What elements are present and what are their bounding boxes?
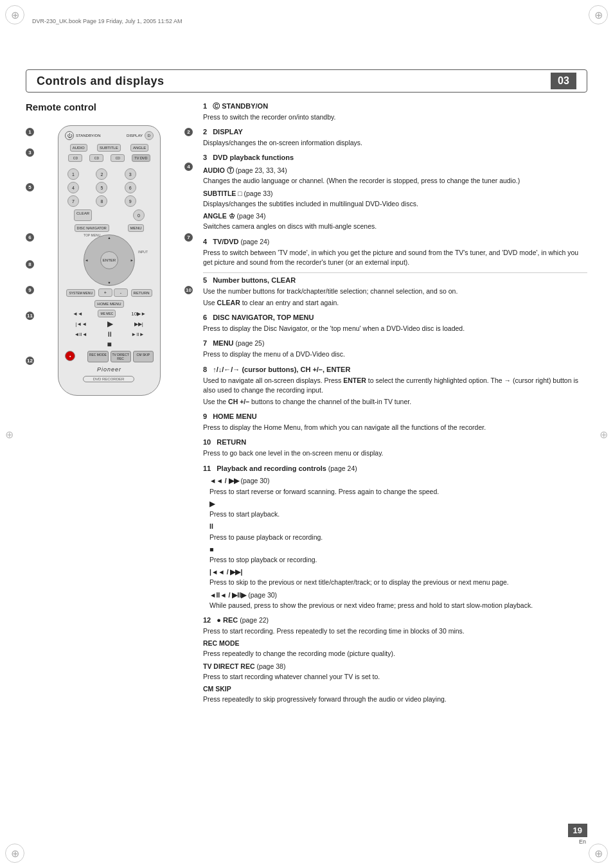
- desc-12-cmskip: CM SKIP Press repeatedly to skip progres…: [203, 684, 587, 704]
- rec-button[interactable]: ●: [65, 351, 75, 361]
- rec-mode-button[interactable]: REC MODE: [87, 351, 108, 362]
- desc-1-title: Ⓒ STANDBY/ON: [213, 102, 268, 110]
- remote-top-area: ⏻ STANDBY/ON DISPLAY D: [65, 131, 154, 140]
- num8-button[interactable]: 8: [96, 195, 107, 207]
- audio-body: Changes the audio language or channel. (…: [203, 176, 587, 186]
- dvd-recorder-label: DVD RECORDER: [83, 376, 134, 382]
- num7-button[interactable]: 7: [67, 195, 79, 207]
- desc-7-num: 7: [203, 339, 211, 347]
- desc-12-recmode: REC MODE Press repeatedly to change the …: [203, 639, 587, 659]
- desc-8-body: Used to navigate all on-screen displays.…: [203, 376, 587, 395]
- cd3-button[interactable]: CD: [111, 154, 125, 162]
- play-button[interactable]: ▶: [107, 319, 113, 328]
- desc-12-title: ● REC: [217, 616, 238, 624]
- num0-button[interactable]: 0: [133, 209, 145, 221]
- me-mec-button[interactable]: ME MEC: [98, 310, 116, 317]
- stop-button[interactable]: ■: [65, 340, 154, 349]
- num9-button[interactable]: 9: [125, 195, 136, 207]
- remote-body: ⏻ STANDBY/ON DISPLAY D AUDIO SUBTITLE AN…: [58, 125, 161, 396]
- desc-12-ref: (page 22): [240, 616, 269, 624]
- desc-9-title: HOME MENU: [213, 412, 256, 420]
- angle-button[interactable]: ANGLE: [130, 144, 148, 152]
- cm-skip-button[interactable]: CM SKIP: [133, 351, 154, 362]
- cd1-button[interactable]: CD: [68, 154, 82, 162]
- desc-10-body: Press to go back one level in the on-scr…: [203, 448, 587, 458]
- desc-4-ref: (page 24): [240, 238, 269, 245]
- system-menu-button[interactable]: SYSTEM MENU: [66, 289, 95, 297]
- recmode-label: REC MODE: [203, 639, 240, 647]
- clear-zero-row: CLEAR 0: [67, 209, 151, 221]
- num2-button[interactable]: 2: [96, 168, 107, 180]
- desc-1-num: 1: [203, 102, 211, 110]
- ch-minus-button[interactable]: -: [114, 288, 128, 297]
- stop-body: Press to stop playback or recording.: [209, 555, 587, 565]
- skipfwd-button[interactable]: ▶▶|: [134, 321, 143, 327]
- desc-10-num: 10: [203, 438, 215, 446]
- cmskip-body: Press repeatedly to skip progressively f…: [203, 695, 587, 704]
- pause-button[interactable]: ⏸: [106, 330, 113, 338]
- desc-3-num: 3: [203, 154, 211, 161]
- desc-8: 8 ↑/↓/←/→ (cursor buttons), CH +/–, ENTE…: [203, 365, 587, 407]
- pioneer-logo: Pioneer: [65, 366, 154, 373]
- callout-11: 11: [26, 312, 34, 320]
- subtitle-body: Displays/changes the subtitles included …: [203, 199, 587, 209]
- ffd-button[interactable]: 10▶►: [131, 311, 146, 317]
- pause-body: Press to pause playback or recording.: [209, 533, 587, 542]
- num3-button[interactable]: 3: [125, 168, 136, 180]
- nav-ring-area: ENTER ▲ ▼ ◄ ► TOP MENU INPUT: [84, 235, 135, 286]
- num6-button[interactable]: 6: [125, 182, 136, 193]
- callout-2: 2: [184, 128, 193, 136]
- desc-6-body: Press to display the Disc Navigator, or …: [203, 324, 587, 333]
- right-column: 1 Ⓒ STANDBY/ON Press to switch the recor…: [203, 102, 587, 842]
- home-button[interactable]: HOME MENU: [94, 300, 123, 308]
- recmode-body: Press repeatedly to change the recording…: [203, 649, 587, 659]
- main-content: Remote control ⏻ STANDBY/ON DISPLAY D: [26, 102, 587, 842]
- page-number-badge: 19: [568, 824, 587, 837]
- divider1: [203, 272, 587, 273]
- desc-4-title: TV/DVD: [213, 238, 238, 245]
- number-grid-area: 1 2 3 4 5 6 7 8 9 CLEAR 0: [65, 164, 154, 222]
- tv-direct-rec-button[interactable]: TV DIRECT REC: [111, 351, 131, 362]
- framefwd-button[interactable]: ►II►: [131, 332, 144, 337]
- nav-right-label: ►: [130, 258, 134, 262]
- display-button[interactable]: D: [145, 131, 154, 140]
- desc-10-title: RETURN: [217, 438, 246, 446]
- desc-11-frame: ◄II◄ / ▶II▶ (page 30) While paused, pres…: [209, 590, 587, 610]
- standby-button[interactable]: ⏻: [65, 131, 74, 140]
- ch-plus-button[interactable]: +: [98, 288, 112, 297]
- disc-navigator-button[interactable]: DISC NAVIGATOR: [75, 224, 109, 232]
- rewffd-ref: (page 30): [240, 477, 269, 484]
- num1-button[interactable]: 1: [67, 168, 79, 180]
- cd2-button[interactable]: CD: [89, 154, 103, 162]
- num4-button[interactable]: 4: [67, 182, 79, 193]
- return-button[interactable]: RETURN: [131, 289, 152, 297]
- desc-8-body2: Use the CH +/– buttons to change the cha…: [203, 397, 587, 407]
- menu-button[interactable]: MENU: [128, 224, 145, 232]
- side-mark-left: ⊕: [5, 428, 13, 440]
- desc-4: 4 TV/DVD (page 24) Press to switch betwe…: [203, 237, 587, 267]
- desc-4-num: 4: [203, 238, 211, 245]
- frameback-button[interactable]: ◄II◄: [74, 332, 87, 337]
- desc-1: 1 Ⓒ STANDBY/ON Press to switch the recor…: [203, 102, 587, 122]
- corner-mark-br: [589, 844, 608, 863]
- audio-button[interactable]: AUDIO: [70, 144, 87, 152]
- desc-3-angle: ANGLE ♔ (page 34) Switches camera angles…: [203, 211, 587, 231]
- num5-button[interactable]: 5: [96, 182, 107, 193]
- desc-5-body: Use the number buttons for track/chapter…: [203, 287, 587, 296]
- subtitle-button[interactable]: SUBTITLE: [97, 144, 121, 152]
- clear-button[interactable]: CLEAR: [74, 209, 92, 221]
- skipback-button[interactable]: |◄◄: [75, 321, 87, 327]
- desc-7: 7 MENU (page 25) Press to display the me…: [203, 339, 587, 359]
- desc-5-num: 5: [203, 276, 211, 284]
- desc-11-title: Playback and recording controls: [217, 465, 326, 472]
- rew-button[interactable]: ◄◄: [73, 311, 83, 317]
- audio-label: AUDIO Ⓣ: [203, 166, 234, 174]
- frame-body: While paused, press to show the previous…: [209, 601, 587, 610]
- desc-11-rewffd: ◄◄ / ▶▶ (page 30) Press to start reverse…: [209, 476, 587, 496]
- desc-11-num: 11: [203, 465, 215, 472]
- bottom-buttons: ● REC MODE TV DIRECT REC CM SKIP: [65, 351, 154, 362]
- tvdvd-button[interactable]: TV DVD: [132, 154, 150, 162]
- audio-ref: (page 23, 33, 34): [236, 166, 287, 174]
- callout-6: 6: [26, 233, 34, 242]
- desc-8-num: 8: [203, 366, 211, 373]
